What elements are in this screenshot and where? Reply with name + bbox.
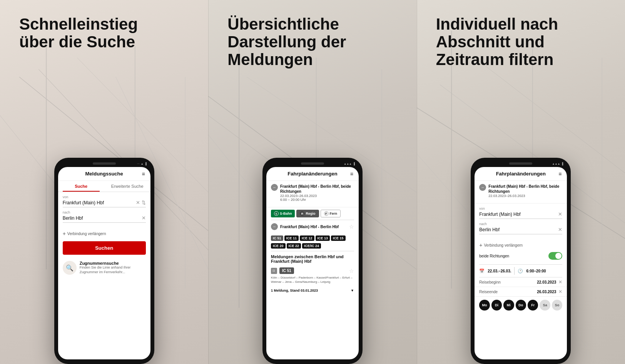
- extend-label-r: Verbindung verlängern: [484, 243, 523, 247]
- notice-date-right: 22.03.2023–26.03.2023: [488, 194, 562, 198]
- notice-right-text: Frankfurt (Main) Hbf - Berlin Hbf, beide…: [488, 184, 562, 198]
- train-number-desc: Finden Sie die Linie anhand Ihrer Zugnum…: [80, 265, 146, 274]
- notice-header-right: ↔ Frankfurt (Main) Hbf - Berlin Hbf, bei…: [479, 184, 562, 198]
- reisebeginn-label: Reisebeginn: [479, 280, 537, 284]
- fern-circle: F: [324, 211, 329, 216]
- notice-route-right: Frankfurt (Main) Hbf - Berlin Hbf, beide…: [488, 184, 562, 194]
- ic-51-badge[interactable]: IC 51: [279, 267, 294, 274]
- train-icon-symbol: ↔: [272, 225, 276, 229]
- swap-icon[interactable]: ⇅: [142, 200, 146, 205]
- phone-left-screen: Meldungssuche ≡ Suche Erweiterte Suche v…: [58, 167, 150, 359]
- phone-mid-wrapper: ▲▲▲ ▐ Fahrplanänderungen ≡ ↔: [262, 158, 363, 364]
- train-number-search[interactable]: 🔍 Zugnummernsuche Finden Sie die Linie a…: [63, 261, 146, 275]
- notice-icon-mid: ↔: [271, 184, 278, 191]
- notice-date: 22.03.2023–26.03.2023: [280, 194, 354, 198]
- clock-icon: 🕐: [518, 269, 523, 274]
- reisebeginn-clear-icon[interactable]: ✕: [558, 279, 562, 285]
- day-fr[interactable]: Fr: [528, 300, 538, 311]
- status-right-r: ▲▲▲ ▐: [552, 162, 563, 165]
- filter-clear-nach[interactable]: ✕: [558, 227, 562, 232]
- panel-mid-title: Übersichtliche Darstellung der Meldungen: [227, 15, 351, 69]
- notice-icon-right: ↔: [479, 184, 486, 191]
- phone-notch-bar: ··· ▲ ▐: [58, 162, 150, 165]
- app-header-mid: Fahrplanänderungen ≡: [266, 167, 359, 181]
- menu-icon-mid[interactable]: ≡: [350, 171, 353, 177]
- day-sa[interactable]: Sa: [540, 300, 550, 311]
- tab-erweiterte[interactable]: Erweiterte Suche: [104, 181, 150, 192]
- badge-ice13[interactable]: ICE 13: [316, 235, 330, 241]
- day-so[interactable]: So: [552, 300, 562, 311]
- badge-ice12[interactable]: ICE 12: [300, 235, 314, 241]
- clear-nach-icon[interactable]: ✕: [142, 215, 146, 221]
- day-di[interactable]: Di: [491, 300, 502, 311]
- badge-ice22[interactable]: ICE 22: [287, 243, 301, 249]
- tag-fern-label: Fern: [330, 212, 338, 215]
- search-button[interactable]: Suchen: [63, 241, 146, 255]
- wifi-icon: ▲: [141, 162, 144, 165]
- notice-text: Frankfurt (Main) Hbf - Berlin Hbf, beide…: [280, 184, 354, 202]
- calendar-icon: 📅: [479, 269, 485, 274]
- badge-ice15[interactable]: ICE 15: [331, 235, 346, 241]
- phone-left-wrapper: ··· ▲ ▐ Meldungssuche ≡ Suche Erweiterte…: [54, 158, 154, 364]
- tag-regio[interactable]: R Regio: [296, 210, 319, 217]
- phone-right-frame: ▲▲▲ ▐ Fahrplanänderungen ≡ ↔: [471, 158, 571, 364]
- phone-mid-notch: [301, 162, 324, 165]
- panel-mid-content: Übersichtliche Darstellung der Meldungen: [227, 15, 397, 80]
- filter-field-von[interactable]: Frankfurt (Main) Hbf ✕: [479, 211, 562, 219]
- clear-von-icon[interactable]: ✕: [136, 200, 140, 205]
- phone-mid-screen: Fahrplanänderungen ≡ ↔ Frankfurt (Main) …: [266, 167, 359, 359]
- star-icon-1[interactable]: ☆: [349, 224, 354, 230]
- reisebeginn-row: Reisebeginn 22.03.2023 ✕: [475, 277, 567, 287]
- toggle-both-directions[interactable]: [548, 252, 562, 260]
- train-number-search-icon: 🔍: [63, 261, 77, 275]
- battery-r: ▐: [561, 162, 563, 165]
- field-von-text: Frankfurt (Main) Hbf: [63, 200, 134, 205]
- day-mo[interactable]: Mo: [479, 300, 490, 311]
- filter-label-nach: nach: [479, 222, 562, 226]
- train-item-1-icon: ↔: [271, 223, 278, 230]
- reiseende-clear-icon[interactable]: ✕: [558, 289, 562, 294]
- extend-plus-icon-r: +: [479, 242, 482, 248]
- ic-route-text: Köln – Düsseldorf – Paderborn – Kassel/F…: [271, 276, 354, 284]
- badge-ice20[interactable]: ICE 20: [271, 243, 286, 249]
- train-route-1: Frankfurt (Main) Hbf - Berlin Hbf: [280, 225, 347, 229]
- ic-item-icon: ⊡: [271, 268, 277, 274]
- ic-badge-row: ⊡ IC 51 ☆: [271, 267, 354, 274]
- field-von[interactable]: Frankfurt (Main) Hbf ✕ ⇅: [63, 200, 146, 207]
- section-title-mid: Meldungen zwischen Berlin Hbf und Frankf…: [266, 251, 359, 265]
- label-nach: nach: [63, 210, 146, 214]
- tag-sbahn[interactable]: S S-Bahn: [271, 210, 295, 217]
- signal-mid: ▲▲▲: [344, 162, 352, 165]
- toggle-knob: [555, 253, 561, 259]
- field-nach-text: Berlin Hbf: [63, 215, 140, 221]
- menu-icon-right[interactable]: ≡: [558, 171, 561, 177]
- menu-icon-left[interactable]: ≡: [142, 171, 145, 177]
- date-time-divider: [514, 267, 515, 275]
- extend-link[interactable]: + Verbindung verlängern: [58, 229, 150, 238]
- time-range-value[interactable]: 6:00–20:00: [526, 269, 546, 273]
- train-item-1: ↔ Frankfurt (Main) Hbf - Berlin Hbf ☆: [266, 220, 359, 235]
- filter-nach-text: Berlin Hbf: [479, 227, 556, 232]
- date-range-value[interactable]: 22.03.–26.03.: [488, 269, 511, 273]
- day-mi[interactable]: Mi: [503, 300, 514, 311]
- star-icon-ic[interactable]: ☆: [349, 268, 354, 274]
- notice-item: ↔ Frankfurt (Main) Hbf - Berlin Hbf, bei…: [266, 181, 359, 207]
- badge-ice11[interactable]: ICE 11: [284, 235, 299, 241]
- regio-circle: R: [300, 211, 304, 216]
- phone-mid-frame: ▲▲▲ ▐ Fahrplanänderungen ≡ ↔: [262, 158, 363, 364]
- tag-fern[interactable]: F Fern: [321, 210, 341, 217]
- day-do[interactable]: Do: [516, 300, 526, 311]
- filter-clear-von[interactable]: ✕: [558, 211, 562, 217]
- meldungen-count: 1 Meldung, Stand 03.01.2023: [271, 289, 318, 292]
- badge-iceic24[interactable]: ICE/IC 24: [302, 243, 321, 249]
- badge-ic51[interactable]: IC 51: [271, 235, 283, 241]
- tab-suche[interactable]: Suche: [58, 181, 104, 192]
- extend-link-right[interactable]: + Verbindung verlängern: [475, 240, 567, 250]
- field-nach[interactable]: Berlin Hbf ✕: [63, 215, 146, 223]
- tag-regio-label: Regio: [306, 212, 315, 215]
- dropdown-arr: ▼: [351, 289, 354, 292]
- reiseende-value: 26.03.2023: [537, 290, 556, 294]
- app-header-left: Meldungssuche ≡: [58, 167, 150, 181]
- signal-dots: ···: [137, 162, 140, 165]
- filter-field-nach[interactable]: Berlin Hbf ✕: [479, 227, 562, 234]
